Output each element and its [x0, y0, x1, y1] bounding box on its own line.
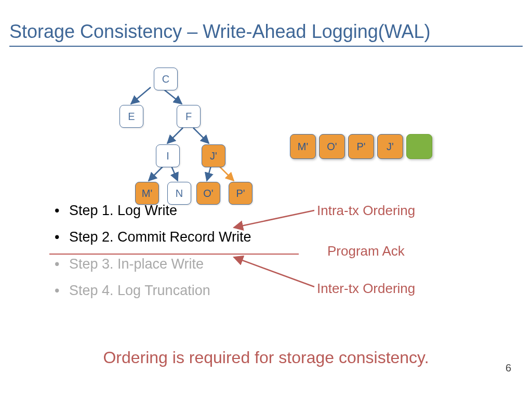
- bottom-message: Ordering is required for storage consist…: [0, 348, 532, 367]
- title-underline: [9, 46, 523, 47]
- node-E: E: [119, 105, 143, 128]
- svg-line-3: [193, 128, 209, 143]
- slide-title: Storage Consistency – Write-Ahead Loggin…: [0, 0, 532, 46]
- label-ack: Program Ack: [327, 243, 405, 259]
- label-intra: Intra-tx Ordering: [317, 203, 415, 219]
- page-number: 6: [506, 362, 511, 374]
- node-Jp: J': [202, 144, 225, 167]
- log-Mp: M': [290, 134, 316, 159]
- step-4: Step 4. Log Truncation: [69, 277, 210, 304]
- svg-line-9: [234, 257, 314, 287]
- log-Op: O': [319, 134, 345, 159]
- annotation-arrows: [218, 197, 322, 301]
- log-row: M' O' P' J': [290, 134, 432, 159]
- label-inter: Inter-tx Ordering: [317, 281, 415, 297]
- log-commit: [406, 134, 432, 159]
- svg-line-8: [234, 210, 314, 228]
- svg-line-2: [167, 128, 183, 143]
- svg-line-0: [131, 87, 151, 104]
- svg-line-5: [171, 166, 178, 181]
- step-3: Step 3. In-place Write: [69, 251, 204, 277]
- node-C: C: [154, 68, 178, 90]
- svg-line-7: [219, 166, 234, 181]
- step-1: Step 1. Log Write: [69, 197, 177, 224]
- log-Jp: J': [377, 134, 403, 159]
- node-I: I: [156, 144, 180, 167]
- tree-diagram: C E F I J' M' N O' P': [119, 68, 275, 197]
- svg-line-6: [207, 166, 211, 181]
- node-F: F: [177, 105, 201, 128]
- svg-line-4: [149, 166, 163, 181]
- log-Pp: P': [348, 134, 374, 159]
